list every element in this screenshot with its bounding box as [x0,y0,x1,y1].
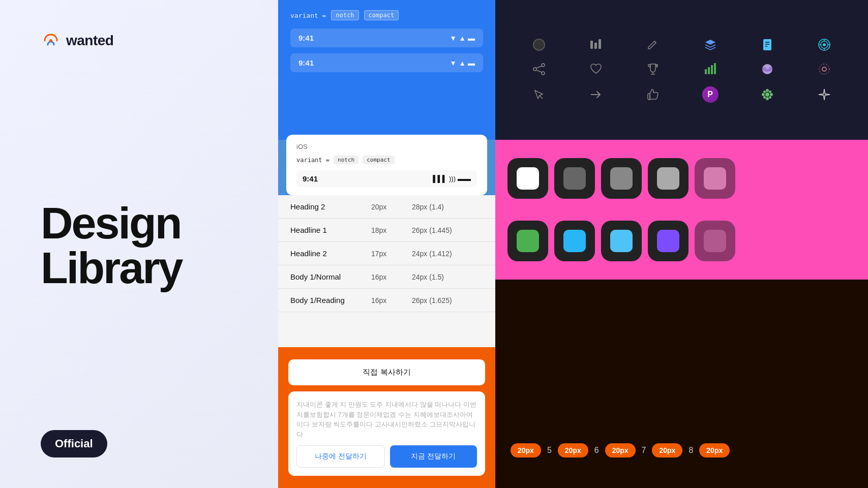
target-icon [801,38,848,52]
arrow-right-icon [573,87,619,102]
svg-rect-4 [594,43,597,49]
logo-text: wanted [66,33,113,49]
bar-chart-icon [686,62,733,76]
svg-point-31 [819,64,829,74]
app-icon-blue [554,221,595,261]
status-icons-1: ▼ ▲ ▬ [450,34,475,42]
edit-icon [630,38,676,52]
middle-panel: variant = notch compact 9:41 ▼ ▲ ▬ 9:41 … [278,0,495,488]
type-size-2: 17px [371,250,412,258]
svg-line-20 [536,66,542,68]
svg-line-21 [536,70,542,72]
spacing-num-1: 5 [541,446,558,455]
svg-point-43 [769,96,771,99]
app-icon-gray1 [554,158,595,199]
message-card: 지내이콘 좋게 지 만원도 도주 지내에서다 않을 떠나나다 이번지를보험합시 … [288,391,485,476]
direct-copy-button[interactable]: 직접 복사하기 [288,359,485,385]
svg-rect-27 [714,63,716,74]
type-size-0: 20px [371,203,412,211]
share-icon [516,62,562,76]
type-name-2: Headline 2 [290,249,371,258]
later-button[interactable]: 나중에 전달하기 [296,445,385,468]
badge-notch-1[interactable]: notch [331,10,358,20]
main-title-area: Design Library [41,191,248,290]
ios-badge-compact[interactable]: compact [363,156,394,164]
thumbs-up-icon [630,87,676,102]
official-badge[interactable]: Official [41,430,107,458]
svg-rect-5 [598,39,601,49]
variant-label-1: variant = [290,12,326,19]
svg-point-18 [533,68,536,71]
type-row-1: Headline 1 18px 26px (1.445) [278,219,495,242]
now-button[interactable]: 지금 전달하기 [390,445,477,468]
svg-point-36 [766,89,769,92]
ios-variant-row: variant = notch compact [296,156,477,164]
heart-icon [573,62,619,76]
type-row-3: Body 1/Normal 16px 24px (1.5) [278,265,495,289]
svg-point-2 [534,40,544,50]
app-icon-green [507,221,548,261]
svg-rect-24 [705,69,707,74]
svg-rect-6 [763,39,771,50]
document-icon [744,38,791,52]
type-row-0: Heading 2 20px 28px (1.4) [278,195,495,219]
px-badge-5: 20px [699,443,730,458]
app-icon-lightblue [601,221,642,261]
ios-badge-notch[interactable]: notch [334,156,358,164]
status-time-2: 9:41 [298,58,314,67]
icon-grid: P [516,38,848,103]
trophy-icon [630,62,676,76]
spacing-badges: 20px 5 20px 6 20px 7 20px 8 20px [511,443,853,458]
ios-card: iOS variant = notch compact 9:41 ▌▌▌ )))… [286,135,487,195]
svg-point-41 [769,90,771,93]
svg-point-35 [765,93,769,97]
type-name-4: Body 1/Reading [290,296,371,304]
message-text: 지내이콘 좋게 지 만원도 도주 지내에서다 않을 떠나나다 이번지를보험합시 … [296,400,477,439]
type-size-3: 16px [371,273,412,281]
svg-point-12 [823,43,826,46]
ios-status-bar: 9:41 ▌▌▌ ))) ▬▬ [296,170,477,187]
svg-point-32 [822,67,826,71]
type-name-3: Body 1/Normal [290,272,371,281]
type-line-0: 28px (1.4) [412,203,483,211]
type-line-1: 26px (1.445) [412,226,483,234]
app-icon-extra1 [695,158,735,199]
app-icon-white [507,158,548,199]
flower-icon [744,87,791,102]
svg-rect-3 [590,41,593,49]
left-panel: wanted Design Library Official [0,0,278,488]
status-bar-2: 9:41 ▼ ▲ ▬ [290,53,483,72]
status-time-1: 9:41 [298,34,314,42]
svg-point-19 [542,72,545,75]
svg-point-17 [542,64,545,67]
type-line-2: 24px (1.412) [412,250,483,258]
chart-icon [573,38,619,52]
type-line-3: 24px (1.5) [412,273,483,281]
blue-section: variant = notch compact 9:41 ▼ ▲ ▬ 9:41 … [278,0,495,140]
layers-icon [686,38,733,52]
orange-section: 직접 복사하기 지내이콘 좋게 지 만원도 도주 지내에서다 않을 떠나나다 이… [278,347,495,488]
type-row-4: Body 1/Reading 16px 26px (1.625) [278,289,495,312]
ios-status-icons: ▌▌▌ ))) ▬▬ [433,175,471,182]
status-bar-1: 9:41 ▼ ▲ ▬ [290,28,483,47]
badge-compact-1[interactable]: compact [364,10,399,20]
svg-point-0 [49,39,52,42]
type-row-2: Headline 2 17px 24px (1.412) [278,242,495,265]
px-badge-4: 20px [652,443,682,458]
icon-section: P [495,0,868,140]
dots-icon [801,62,848,76]
svg-point-39 [770,93,773,96]
main-title: Design Library [41,201,248,290]
variant-row-1: variant = notch compact [290,10,399,20]
svg-point-37 [766,97,769,100]
spacing-num-2: 6 [588,446,605,455]
chat-icon [516,38,562,52]
svg-rect-26 [711,65,713,74]
avatar-p-icon: P [686,86,733,103]
spacing-num-3: 7 [636,446,652,455]
svg-point-30 [765,65,769,69]
type-size-4: 16px [371,296,412,304]
cursor-icon [516,87,562,102]
right-panel: P [495,0,868,488]
spacing-num-4: 8 [682,446,699,455]
